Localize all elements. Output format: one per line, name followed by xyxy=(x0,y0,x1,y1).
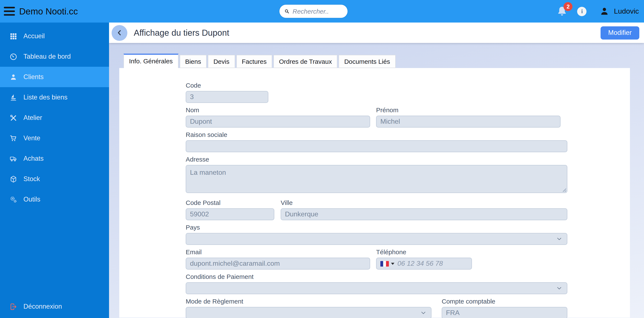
main-area: Affichage du tiers Dupont Modifier Info.… xyxy=(109,22,644,318)
sidebar-nav: Accueil Tableau de bord Clients xyxy=(0,22,109,210)
field-nom: Nom xyxy=(186,106,370,128)
field-label: Code xyxy=(186,82,268,89)
chevron-down-icon xyxy=(556,285,563,292)
sidebar-item-atelier[interactable]: Atelier xyxy=(0,108,109,128)
field-label: Téléphone xyxy=(376,248,472,256)
search-box[interactable] xyxy=(280,5,348,18)
ville-input[interactable] xyxy=(281,208,567,220)
truck-icon xyxy=(9,155,18,162)
sidebar-item-label: Clients xyxy=(24,73,44,81)
prenom-input[interactable] xyxy=(376,116,560,128)
field-mode-reglement: Mode de Règlement xyxy=(186,298,432,318)
sidebar-item-label: Achats xyxy=(24,155,44,162)
cart-icon xyxy=(9,134,18,142)
gears-icon xyxy=(9,195,18,203)
sailboat-icon xyxy=(9,93,18,101)
page-header: Affichage du tiers Dupont Modifier xyxy=(109,22,644,43)
tools-icon xyxy=(9,114,18,122)
field-code: Code xyxy=(186,82,268,103)
tab-info-generales[interactable]: Info. Générales xyxy=(124,54,178,68)
field-label: Prénom xyxy=(376,106,560,114)
topbar-actions: 2 i Ludovic xyxy=(556,0,639,22)
code-input[interactable] xyxy=(186,91,268,103)
field-label: Raison sociale xyxy=(186,131,567,139)
sidebar-item-label: Atelier xyxy=(24,114,42,122)
field-label: Ville xyxy=(281,199,567,207)
gauge-icon xyxy=(9,52,18,61)
france-flag-icon[interactable] xyxy=(380,261,389,266)
sidebar: Accueil Tableau de bord Clients xyxy=(0,22,109,318)
tab-documents-lies[interactable]: Documents Liés xyxy=(338,55,396,68)
field-label: Code Postal xyxy=(186,199,274,207)
page-title: Affichage du tiers Dupont xyxy=(134,28,229,38)
field-ville: Ville xyxy=(281,199,567,220)
tab-biens[interactable]: Biens xyxy=(180,55,206,68)
nom-input[interactable] xyxy=(186,116,370,128)
sidebar-item-liste-des-biens[interactable]: Liste des biens xyxy=(0,87,109,108)
field-label: Adresse xyxy=(186,156,567,163)
sidebar-item-clients[interactable]: Clients xyxy=(0,67,109,87)
field-compte-comptable: Compte comptable xyxy=(442,298,567,318)
field-label: Mode de Règlement xyxy=(186,298,432,305)
field-telephone: Téléphone xyxy=(376,248,472,270)
sidebar-item-label: Liste des biens xyxy=(24,94,68,101)
sidebar-item-tableau-de-bord[interactable]: Tableau de bord xyxy=(0,46,109,67)
sidebar-item-achats[interactable]: Achats xyxy=(0,148,109,169)
user-menu[interactable]: Ludovic xyxy=(600,6,639,16)
resize-handle-icon[interactable] xyxy=(562,187,566,192)
adresse-textarea[interactable]: La maneton xyxy=(186,165,567,193)
person-icon xyxy=(9,73,18,81)
search-input[interactable] xyxy=(292,8,343,15)
grid-icon xyxy=(9,32,18,40)
info-icon[interactable]: i xyxy=(577,6,587,16)
logout-icon xyxy=(9,303,18,311)
field-adresse: Adresse La maneton xyxy=(186,156,567,193)
sidebar-item-label: Outils xyxy=(24,195,40,203)
user-icon xyxy=(600,6,610,16)
content-body: Info. Générales Biens Devis Factures Ord… xyxy=(109,43,644,318)
pays-select[interactable] xyxy=(186,233,567,245)
telephone-input[interactable] xyxy=(398,260,468,267)
tab-devis[interactable]: Devis xyxy=(208,55,235,68)
modifier-button[interactable]: Modifier xyxy=(600,26,639,39)
email-input[interactable] xyxy=(186,258,370,270)
tab-content-panel: Code Nom Prénom Rai xyxy=(119,68,630,318)
sidebar-item-deconnexion[interactable]: Déconnexion xyxy=(0,296,109,317)
tab-bar: Info. Générales Biens Devis Factures Ord… xyxy=(124,54,630,68)
username: Ludovic xyxy=(614,7,639,15)
search-icon xyxy=(284,8,290,14)
top-bar: Demo Nooti.cc 2 i xyxy=(0,0,644,22)
flag-caret-icon xyxy=(391,263,394,265)
field-prenom: Prénom xyxy=(376,106,560,128)
sidebar-item-label: Vente xyxy=(24,134,40,142)
mode-reglement-select[interactable] xyxy=(186,307,432,318)
sidebar-item-label: Accueil xyxy=(24,32,45,40)
field-raison-sociale: Raison sociale xyxy=(186,131,567,152)
package-icon xyxy=(9,175,18,183)
chevron-left-icon xyxy=(115,28,124,37)
field-pays: Pays xyxy=(186,224,567,245)
sidebar-item-stock[interactable]: Stock xyxy=(0,169,109,189)
sidebar-item-vente[interactable]: Vente xyxy=(0,128,109,148)
sidebar-item-label: Stock xyxy=(24,175,40,183)
hamburger-icon[interactable] xyxy=(4,7,15,16)
tab-factures[interactable]: Factures xyxy=(236,55,272,68)
compte-comptable-input[interactable] xyxy=(442,307,567,318)
chevron-down-icon xyxy=(556,236,563,242)
field-code-postal: Code Postal xyxy=(186,199,274,220)
tab-ordres-de-travaux[interactable]: Ordres de Travaux xyxy=(274,55,337,68)
telephone-input-wrap xyxy=(376,258,472,270)
field-label: Compte comptable xyxy=(442,298,567,305)
sidebar-item-label: Tableau de bord xyxy=(24,53,71,60)
field-label: Pays xyxy=(186,224,567,231)
conditions-paiement-select[interactable] xyxy=(186,282,567,294)
code-postal-input[interactable] xyxy=(186,208,274,220)
sidebar-item-outils[interactable]: Outils xyxy=(0,189,109,210)
brand: Demo Nooti.cc xyxy=(0,6,78,16)
field-conditions-paiement: Conditions de Paiement xyxy=(186,273,567,294)
sidebar-item-accueil[interactable]: Accueil xyxy=(0,26,109,46)
back-button[interactable] xyxy=(112,25,127,41)
raison-sociale-input[interactable] xyxy=(186,140,567,152)
notifications-button[interactable]: 2 xyxy=(556,5,568,17)
chevron-down-icon xyxy=(420,310,427,316)
